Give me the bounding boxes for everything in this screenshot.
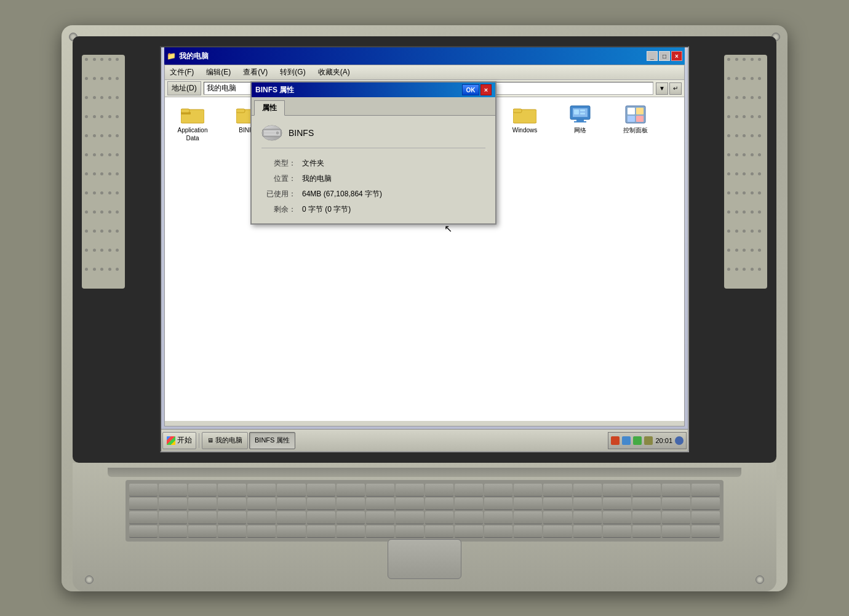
menu-favorites[interactable]: 收藏夹(A)	[316, 66, 353, 78]
menu-goto[interactable]: 转到(G)	[277, 66, 308, 78]
laptop-shell: // Generate speaker dots inline via JS 📁…	[62, 25, 787, 591]
screen-bezel: // Generate speaker dots inline via JS 📁…	[73, 36, 776, 463]
touchpad[interactable]	[388, 539, 461, 579]
svg-rect-30	[628, 108, 635, 114]
prop-value-free: 0 字节 (0 字节)	[302, 204, 485, 215]
screw-br	[755, 575, 764, 584]
keyboard	[126, 480, 723, 542]
windows-flag-icon	[167, 436, 175, 445]
minimize-button[interactable]: _	[647, 51, 658, 61]
file-label-application-data: Application Data	[172, 126, 213, 142]
clock-display: 20:01	[655, 437, 672, 444]
go-button[interactable]: ↵	[669, 82, 682, 95]
explorer-titlebar: 📁 我的电脑 _ □ ×	[164, 47, 685, 65]
file-label-control-panel: 控制面板	[623, 126, 648, 134]
dialog-content: BINFS 类型： 文件夹 位置： 我的电脑 已使用： 64MB (67,108…	[252, 116, 495, 223]
hinge	[108, 468, 741, 477]
menu-file[interactable]: 文件(F)	[167, 66, 196, 78]
laptop-bottom: ⌂ 数码之家 MYDIGIT.NET	[73, 463, 776, 591]
file-icon-application-data[interactable]: Application Data	[171, 103, 214, 143]
speaker-right	[724, 55, 767, 289]
speaker-left: // Generate speaker dots inline via JS	[82, 55, 125, 289]
svg-rect-32	[628, 116, 635, 122]
prop-value-type: 文件夹	[302, 158, 485, 169]
dialog-tabs: 属性	[252, 97, 495, 116]
svg-rect-6	[236, 109, 245, 113]
dialog-properties-grid: 类型： 文件夹 位置： 我的电脑 已使用： 64MB (67,108,864 字…	[261, 158, 485, 215]
tray-internet-icon	[675, 436, 684, 445]
window-controls[interactable]: _ □ ×	[647, 51, 682, 61]
binfs-disk-icon	[261, 124, 282, 142]
folder-icon-small: 📁	[167, 52, 176, 60]
svg-rect-28	[580, 113, 585, 114]
svg-rect-3	[181, 109, 189, 113]
explorer-title: 📁 我的电脑	[167, 51, 209, 62]
taskbar-binfs-label: BINFS 属性	[255, 436, 290, 445]
network-icon	[569, 105, 591, 124]
dialog-tab-properties[interactable]: 属性	[254, 100, 285, 116]
screen: 📁 我的电脑 _ □ × 文件(F) 编辑(E) 查看(V)	[160, 46, 689, 452]
folder-icon-application-data	[181, 105, 204, 124]
menu-edit[interactable]: 编辑(E)	[204, 66, 233, 78]
svg-rect-27	[580, 110, 585, 111]
taskbar-separator	[199, 433, 199, 448]
prop-label-location: 位置：	[261, 174, 298, 184]
close-button[interactable]: ×	[671, 51, 682, 61]
prop-label-free: 剩余：	[261, 204, 298, 215]
dialog-title: BINFS 属性	[255, 85, 294, 95]
taskbar-folder-icon: 🖥	[207, 437, 213, 444]
control-panel-icon	[624, 105, 647, 124]
taskbar-my-computer-label: 我的电脑	[215, 436, 242, 445]
start-button[interactable]: 开始	[162, 432, 196, 449]
tray-icon-4	[644, 436, 653, 445]
screw-bl	[85, 575, 94, 584]
svg-rect-31	[636, 108, 644, 114]
dialog-ok-button[interactable]: OK	[462, 84, 479, 95]
dialog-item-name: BINFS	[289, 128, 314, 138]
taskbar-binfs-props[interactable]: BINFS 属性	[249, 432, 295, 449]
address-label: 地址(D)	[167, 81, 201, 95]
file-icon-control-panel[interactable]: 控制面板	[614, 103, 657, 135]
prop-label-type: 类型：	[261, 158, 298, 169]
dialog-close-button[interactable]: ×	[480, 84, 492, 95]
prop-value-location: 我的电脑	[302, 174, 485, 184]
menubar: 文件(F) 编辑(E) 查看(V) 转到(G) 收藏夹(A)	[165, 65, 684, 80]
taskbar-clock-area: 20:01	[608, 432, 687, 449]
tray-icon-3	[633, 436, 642, 445]
svg-rect-26	[574, 110, 579, 114]
file-icon-network[interactable]: 网络	[559, 103, 602, 135]
tray-icon-1	[611, 436, 620, 445]
menu-view[interactable]: 查看(V)	[241, 66, 270, 78]
properties-dialog[interactable]: BINFS 属性 OK × 属性	[250, 81, 496, 225]
tray-icon-2	[622, 436, 631, 445]
taskbar: 开始 🖥 我的电脑 BINFS 属性	[161, 429, 688, 451]
taskbar-my-computer[interactable]: 🖥 我的电脑	[202, 432, 248, 449]
svg-rect-25	[574, 121, 586, 122]
start-label: 开始	[177, 435, 192, 446]
prop-value-used: 64MB (67,108,864 字节)	[302, 189, 485, 199]
file-icon-windows[interactable]: Windows	[503, 103, 546, 135]
file-label-windows: Windows	[512, 126, 538, 134]
svg-point-38	[276, 132, 279, 134]
address-controls[interactable]: ▼ ↵	[656, 82, 682, 95]
dialog-titlebar: BINFS 属性 OK ×	[252, 82, 495, 97]
svg-rect-21	[513, 109, 522, 113]
dialog-header-row: BINFS	[261, 124, 485, 148]
file-label-network: 网络	[574, 126, 586, 134]
desktop: 📁 我的电脑 _ □ × 文件(F) 编辑(E) 查看(V)	[161, 47, 688, 451]
folder-icon-windows	[513, 105, 536, 124]
maximize-button[interactable]: □	[659, 51, 670, 61]
dropdown-button[interactable]: ▼	[656, 82, 668, 95]
prop-label-used: 已使用：	[261, 189, 298, 199]
svg-rect-33	[636, 116, 644, 122]
dialog-title-buttons[interactable]: OK ×	[462, 84, 492, 95]
